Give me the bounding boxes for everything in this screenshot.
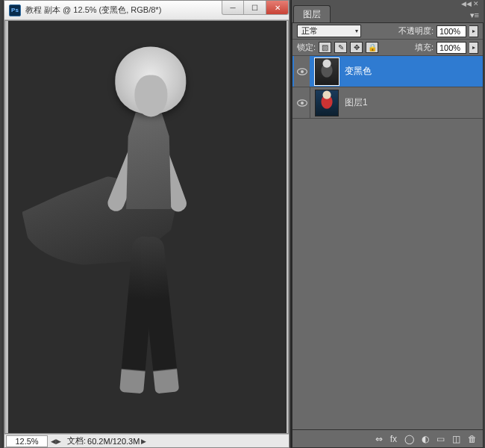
statusbar: 12.5% ◀ ▶ 文档: 60.2M/120.3M ▶ <box>4 434 289 447</box>
layer-name[interactable]: 图层1 <box>345 96 368 109</box>
svg-point-3 <box>300 101 303 104</box>
trash-icon[interactable]: 🗑 <box>468 435 477 444</box>
document-title: 教程 副本 @ 12.5% (变黑色, RGB/8*) <box>25 4 222 16</box>
transparency-lock-icon[interactable]: ▧ <box>319 42 331 53</box>
app-icon: Ps <box>9 4 21 16</box>
opacity-field[interactable]: 100% <box>436 25 466 37</box>
collapse-left-icon[interactable]: ◀◀ <box>461 1 467 7</box>
panel-close-icon[interactable]: ✕ <box>473 1 479 7</box>
paint-lock-icon[interactable]: ✎ <box>334 42 347 53</box>
blend-mode-select[interactable]: 正常 ▾ <box>297 25 361 37</box>
adjustment-icon[interactable]: ◐ <box>422 435 429 444</box>
opacity-stepper-icon[interactable]: ▸ <box>469 25 478 37</box>
fill-field[interactable]: 100% <box>436 42 466 54</box>
minimize-button[interactable]: ─ <box>222 1 244 15</box>
panel-footer: ⇔fx◯◐▭◫🗑 <box>292 429 483 447</box>
canvas-image <box>8 21 287 434</box>
blend-mode-value: 正常 <box>301 25 318 37</box>
titlebar[interactable]: Ps 教程 副本 @ 12.5% (变黑色, RGB/8*) ─ ☐ ✕ <box>4 1 289 20</box>
status-size: 60.2M/120.3M <box>87 437 140 446</box>
chevron-right-icon[interactable]: ▶ <box>56 438 61 445</box>
chevron-down-icon: ▾ <box>355 28 358 34</box>
window-controls: ─ ☐ ✕ <box>222 1 289 15</box>
layer-row[interactable]: 图层1 <box>292 87 483 119</box>
panel-menu-icon[interactable]: ▾≡ <box>470 10 479 20</box>
visibility-toggle[interactable] <box>294 56 310 87</box>
visibility-toggle[interactable] <box>294 87 310 118</box>
chevron-left-icon[interactable]: ◀ <box>51 438 56 445</box>
fill-label: 填充: <box>415 42 434 53</box>
status-menu-icon[interactable]: ▶ <box>141 438 146 445</box>
layer-name[interactable]: 变黑色 <box>345 65 372 78</box>
tab-layers[interactable]: 图层 <box>293 5 331 23</box>
layer-row[interactable]: 变黑色 <box>292 56 483 87</box>
lock-icon-group: ▧✎✥🔒 <box>319 42 378 53</box>
lock-fill-row: 锁定: ▧✎✥🔒 填充: 100% ▸ <box>292 40 483 56</box>
panel-tabbar: 图层 ▾≡ <box>292 7 484 22</box>
blend-opacity-row: 正常 ▾ 不透明度: 100% ▸ <box>292 23 483 40</box>
figure-silhouette <box>51 42 245 400</box>
fx-icon[interactable]: fx <box>390 435 397 444</box>
close-button[interactable]: ✕ <box>266 1 289 15</box>
layer-list: 变黑色图层1 <box>292 56 483 429</box>
panel-body: 正常 ▾ 不透明度: 100% ▸ 锁定: ▧✎✥🔒 填充: 100% ▸ 变黑… <box>292 22 484 448</box>
all-lock-icon[interactable]: 🔒 <box>366 42 378 53</box>
mask-icon[interactable]: ◯ <box>404 435 414 444</box>
maximize-button[interactable]: ☐ <box>244 1 266 15</box>
layer-thumbnail[interactable] <box>315 58 339 85</box>
group-icon[interactable]: ▭ <box>436 435 445 444</box>
lock-label: 锁定: <box>297 42 316 53</box>
canvas-area[interactable] <box>4 20 289 434</box>
status-prefix: 文档: <box>67 435 86 447</box>
svg-point-1 <box>300 69 303 72</box>
new-layer-icon[interactable]: ◫ <box>452 435 460 444</box>
layer-thumbnail[interactable] <box>315 90 339 116</box>
zoom-field[interactable]: 12.5% <box>6 435 48 447</box>
opacity-label: 不透明度: <box>398 25 434 37</box>
move-lock-icon[interactable]: ✥ <box>350 42 363 53</box>
layers-panel: ◀◀ ✕ 图层 ▾≡ 正常 ▾ 不透明度: 100% ▸ 锁定: ▧✎✥🔒 填充… <box>291 0 484 448</box>
fill-stepper-icon[interactable]: ▸ <box>469 42 478 54</box>
link-icon[interactable]: ⇔ <box>375 435 383 444</box>
document-window: Ps 教程 副本 @ 12.5% (变黑色, RGB/8*) ─ ☐ ✕ 12.… <box>4 0 290 448</box>
